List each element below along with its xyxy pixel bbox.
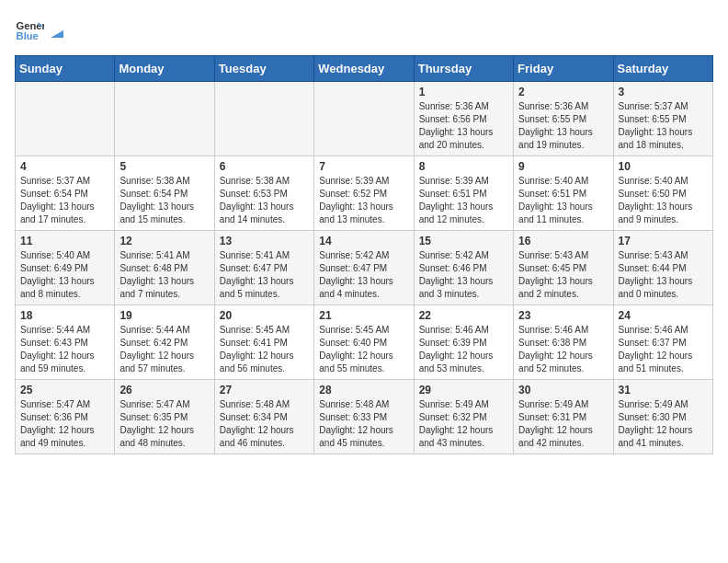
day-header-friday: Friday [514,56,613,82]
calendar-cell: 29Sunrise: 5:49 AM Sunset: 6:32 PM Dayli… [414,380,513,454]
logo-triangle-icon [49,23,65,40]
day-number: 2 [518,86,608,98]
day-number: 7 [319,160,408,173]
day-info: Sunrise: 5:45 AM Sunset: 6:41 PM Dayligh… [220,324,309,375]
calendar-cell: 20Sunrise: 5:45 AM Sunset: 6:41 PM Dayli… [214,305,313,380]
day-info: Sunrise: 5:42 AM Sunset: 6:47 PM Dayligh… [319,249,408,301]
day-info: Sunrise: 5:43 AM Sunset: 6:44 PM Dayligh… [619,249,708,301]
page-header: General Blue [15,15,713,44]
day-number: 9 [518,160,608,173]
calendar-cell: 26Sunrise: 5:47 AM Sunset: 6:35 PM Dayli… [115,380,214,454]
calendar-cell: 24Sunrise: 5:46 AM Sunset: 6:37 PM Dayli… [613,305,712,380]
calendar-cell: 28Sunrise: 5:48 AM Sunset: 6:33 PM Dayli… [314,380,414,454]
calendar-cell: 11Sunrise: 5:40 AM Sunset: 6:49 PM Dayli… [16,231,115,305]
calendar-cell: 7Sunrise: 5:39 AM Sunset: 6:52 PM Daylig… [314,156,414,231]
calendar-cell: 21Sunrise: 5:45 AM Sunset: 6:40 PM Dayli… [314,305,414,380]
calendar-cell: 10Sunrise: 5:40 AM Sunset: 6:50 PM Dayli… [613,156,712,231]
calendar-cell: 15Sunrise: 5:42 AM Sunset: 6:46 PM Dayli… [414,231,513,305]
week-row-2: 4Sunrise: 5:37 AM Sunset: 6:54 PM Daylig… [16,156,713,231]
calendar-cell: 22Sunrise: 5:46 AM Sunset: 6:39 PM Dayli… [414,305,513,380]
day-number: 13 [220,235,309,247]
day-info: Sunrise: 5:49 AM Sunset: 6:32 PM Dayligh… [419,398,508,450]
week-row-4: 18Sunrise: 5:44 AM Sunset: 6:43 PM Dayli… [16,305,713,380]
calendar-cell: 3Sunrise: 5:37 AM Sunset: 6:55 PM Daylig… [613,82,712,156]
day-info: Sunrise: 5:48 AM Sunset: 6:34 PM Dayligh… [220,398,309,450]
day-header-thursday: Thursday [414,56,513,82]
day-number: 26 [119,384,209,396]
day-info: Sunrise: 5:42 AM Sunset: 6:46 PM Dayligh… [419,249,508,301]
day-info: Sunrise: 5:46 AM Sunset: 6:38 PM Dayligh… [518,324,608,375]
day-info: Sunrise: 5:49 AM Sunset: 6:30 PM Dayligh… [619,398,708,450]
day-info: Sunrise: 5:37 AM Sunset: 6:55 PM Dayligh… [619,100,708,152]
day-info: Sunrise: 5:48 AM Sunset: 6:33 PM Dayligh… [319,398,408,450]
day-number: 17 [619,235,708,247]
day-info: Sunrise: 5:39 AM Sunset: 6:51 PM Dayligh… [419,175,508,226]
day-info: Sunrise: 5:49 AM Sunset: 6:31 PM Dayligh… [518,398,608,450]
day-number: 25 [20,384,109,396]
day-number: 5 [119,160,209,173]
day-info: Sunrise: 5:41 AM Sunset: 6:48 PM Dayligh… [119,249,209,301]
svg-marker-3 [51,30,63,38]
day-number: 12 [119,235,209,247]
day-number: 6 [220,160,309,173]
day-number: 11 [20,235,109,247]
day-number: 19 [119,309,209,322]
calendar-body: 1Sunrise: 5:36 AM Sunset: 6:56 PM Daylig… [16,82,713,454]
svg-text:Blue: Blue [17,30,39,41]
day-info: Sunrise: 5:36 AM Sunset: 6:56 PM Dayligh… [419,100,508,152]
day-info: Sunrise: 5:38 AM Sunset: 6:53 PM Dayligh… [220,175,309,226]
day-info: Sunrise: 5:46 AM Sunset: 6:39 PM Dayligh… [419,324,508,375]
calendar-cell: 1Sunrise: 5:36 AM Sunset: 6:56 PM Daylig… [414,82,513,156]
day-info: Sunrise: 5:40 AM Sunset: 6:51 PM Dayligh… [518,175,608,226]
day-info: Sunrise: 5:40 AM Sunset: 6:49 PM Dayligh… [20,249,109,301]
day-info: Sunrise: 5:41 AM Sunset: 6:47 PM Dayligh… [220,249,309,301]
calendar-cell: 14Sunrise: 5:42 AM Sunset: 6:47 PM Dayli… [314,231,414,305]
day-info: Sunrise: 5:47 AM Sunset: 6:36 PM Dayligh… [20,398,109,450]
calendar-cell: 23Sunrise: 5:46 AM Sunset: 6:38 PM Dayli… [514,305,613,380]
day-number: 22 [419,309,508,322]
days-of-week-row: SundayMondayTuesdayWednesdayThursdayFrid… [16,56,713,82]
calendar-table: SundayMondayTuesdayWednesdayThursdayFrid… [15,55,713,454]
day-number: 20 [220,309,309,322]
day-header-saturday: Saturday [613,56,712,82]
week-row-1: 1Sunrise: 5:36 AM Sunset: 6:56 PM Daylig… [16,82,713,156]
day-number: 10 [619,160,708,173]
calendar-cell: 8Sunrise: 5:39 AM Sunset: 6:51 PM Daylig… [414,156,513,231]
day-info: Sunrise: 5:38 AM Sunset: 6:54 PM Dayligh… [119,175,209,226]
day-info: Sunrise: 5:44 AM Sunset: 6:43 PM Dayligh… [20,324,109,375]
calendar-cell: 18Sunrise: 5:44 AM Sunset: 6:43 PM Dayli… [16,305,115,380]
calendar-cell: 12Sunrise: 5:41 AM Sunset: 6:48 PM Dayli… [115,231,214,305]
day-number: 30 [518,384,608,396]
day-info: Sunrise: 5:37 AM Sunset: 6:54 PM Dayligh… [20,175,109,226]
calendar-cell [314,82,414,156]
day-number: 31 [619,384,708,396]
calendar-cell: 19Sunrise: 5:44 AM Sunset: 6:42 PM Dayli… [115,305,214,380]
calendar-header: SundayMondayTuesdayWednesdayThursdayFrid… [16,56,713,82]
day-info: Sunrise: 5:40 AM Sunset: 6:50 PM Dayligh… [619,175,708,226]
day-info: Sunrise: 5:44 AM Sunset: 6:42 PM Dayligh… [119,324,209,375]
day-info: Sunrise: 5:45 AM Sunset: 6:40 PM Dayligh… [319,324,408,375]
day-number: 14 [319,235,408,247]
logo: General Blue [15,15,66,44]
calendar-cell: 6Sunrise: 5:38 AM Sunset: 6:53 PM Daylig… [214,156,313,231]
calendar-cell: 4Sunrise: 5:37 AM Sunset: 6:54 PM Daylig… [16,156,115,231]
day-number: 8 [419,160,508,173]
day-number: 23 [518,309,608,322]
calendar-cell: 25Sunrise: 5:47 AM Sunset: 6:36 PM Dayli… [16,380,115,454]
day-number: 28 [319,384,408,396]
day-number: 16 [518,235,608,247]
day-header-tuesday: Tuesday [214,56,313,82]
week-row-5: 25Sunrise: 5:47 AM Sunset: 6:36 PM Dayli… [16,380,713,454]
day-header-sunday: Sunday [16,56,115,82]
logo-icon: General Blue [15,15,44,44]
day-info: Sunrise: 5:47 AM Sunset: 6:35 PM Dayligh… [119,398,209,450]
day-info: Sunrise: 5:46 AM Sunset: 6:37 PM Dayligh… [619,324,708,375]
day-number: 24 [619,309,708,322]
day-info: Sunrise: 5:43 AM Sunset: 6:45 PM Dayligh… [518,249,608,301]
day-number: 29 [419,384,508,396]
calendar-cell: 17Sunrise: 5:43 AM Sunset: 6:44 PM Dayli… [613,231,712,305]
day-header-monday: Monday [115,56,214,82]
calendar-cell: 31Sunrise: 5:49 AM Sunset: 6:30 PM Dayli… [613,380,712,454]
calendar-cell: 5Sunrise: 5:38 AM Sunset: 6:54 PM Daylig… [115,156,214,231]
calendar-cell [16,82,115,156]
